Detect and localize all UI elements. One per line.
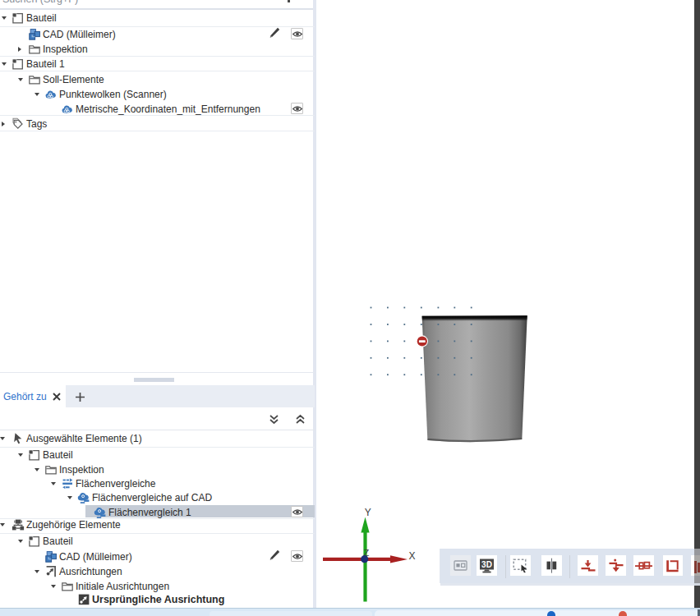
svg-text:Y: Y: [365, 507, 371, 518]
svg-text:3D: 3D: [481, 560, 492, 569]
svg-text:X: X: [409, 550, 416, 562]
